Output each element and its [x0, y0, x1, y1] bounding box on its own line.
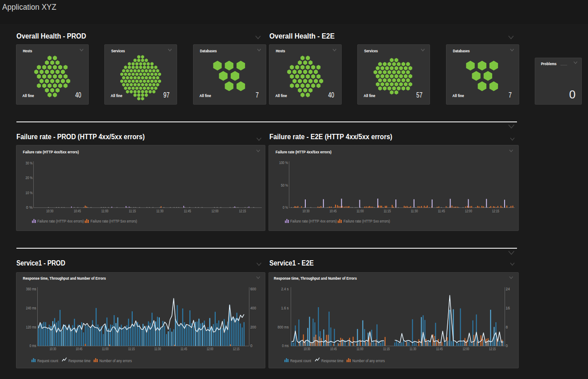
svg-text:800 ms: 800 ms — [278, 325, 289, 329]
svg-text:Request count: Request count — [290, 359, 311, 363]
svg-text:All fine: All fine — [200, 94, 211, 98]
svg-text:Application XYZ: Application XYZ — [2, 3, 56, 12]
svg-text:12:00: 12:00 — [207, 347, 213, 351]
svg-text:10:45: 10:45 — [330, 209, 337, 213]
svg-text:8: 8 — [506, 325, 508, 329]
svg-text:16: 16 — [506, 306, 510, 310]
svg-text:11:00: 11:00 — [357, 347, 363, 351]
svg-text:Problems: Problems — [541, 62, 556, 66]
svg-text:12:15: 12:15 — [233, 347, 240, 351]
svg-text:10:45: 10:45 — [330, 347, 337, 351]
svg-text:Hosts: Hosts — [276, 49, 285, 53]
svg-text:Failure rate (HTTP 4xx errors): Failure rate (HTTP 4xx errors) — [290, 219, 337, 223]
svg-text:0: 0 — [250, 344, 253, 348]
svg-text:11:30: 11:30 — [411, 209, 418, 213]
svg-text:57: 57 — [416, 91, 422, 99]
svg-text:20 %: 20 % — [26, 176, 33, 180]
svg-text:97: 97 — [163, 91, 170, 99]
svg-text:12:00: 12:00 — [211, 209, 218, 213]
svg-text:11:45: 11:45 — [184, 209, 191, 213]
svg-text:24: 24 — [506, 287, 510, 291]
svg-text:All fine: All fine — [276, 94, 287, 98]
svg-text:Request count: Request count — [37, 359, 58, 363]
svg-text:Databases: Databases — [453, 49, 470, 53]
svg-text:11:45: 11:45 — [436, 347, 443, 351]
svg-text:Failure rate (HTTP 5xx errors): Failure rate (HTTP 5xx errors) — [91, 219, 137, 223]
svg-text:50 %: 50 % — [281, 183, 288, 188]
svg-text:Response time: Response time — [321, 359, 343, 363]
svg-text:10:30: 10:30 — [50, 347, 56, 351]
svg-text:Services: Services — [111, 49, 125, 53]
svg-text:Service1 - PROD: Service1 - PROD — [16, 259, 65, 267]
svg-text:12:15: 12:15 — [489, 347, 496, 351]
svg-text:11:30: 11:30 — [154, 347, 161, 351]
svg-text:0 %: 0 % — [26, 205, 33, 210]
svg-text:All fine: All fine — [111, 94, 122, 98]
svg-text:11:15: 11:15 — [383, 347, 390, 351]
svg-text:200: 200 — [250, 325, 256, 329]
svg-text:7: 7 — [256, 91, 259, 99]
svg-text:Failure rate (HTTP 4xx/5xx err: Failure rate (HTTP 4xx/5xx errors) — [23, 149, 79, 154]
svg-text:Response time, Throughput and: Response time, Throughput and Number of … — [23, 276, 106, 281]
svg-text:7: 7 — [509, 91, 512, 99]
svg-text:0: 0 — [569, 88, 576, 101]
svg-text:0: 0 — [506, 344, 508, 348]
svg-text:Overall Health - E2E: Overall Health - E2E — [269, 32, 335, 40]
svg-text:11:00: 11:00 — [101, 209, 108, 213]
svg-text:12:00: 12:00 — [465, 209, 472, 213]
svg-text:0 ms: 0 ms — [282, 344, 289, 348]
svg-text:120 ms: 120 ms — [26, 325, 36, 329]
svg-text:Overall Health - PROD: Overall Health - PROD — [16, 32, 86, 40]
svg-text:11:15: 11:15 — [129, 209, 136, 213]
svg-text:All fine: All fine — [23, 94, 34, 98]
svg-text:100 %: 100 % — [279, 160, 288, 165]
svg-text:All fine: All fine — [453, 94, 464, 98]
svg-text:11:15: 11:15 — [128, 347, 135, 351]
svg-text:Failure rate (HTTP 4xx/5xx err: Failure rate (HTTP 4xx/5xx errors) — [276, 149, 331, 154]
svg-text:Databases: Databases — [200, 49, 217, 53]
svg-text:10:30: 10:30 — [304, 347, 310, 351]
svg-text:11:00: 11:00 — [357, 209, 364, 213]
svg-text:12:15: 12:15 — [492, 209, 499, 213]
svg-text:Failure rate - E2E (HTTP 4xx/5: Failure rate - E2E (HTTP 4xx/5xx errors) — [269, 133, 392, 141]
svg-text:11:30: 11:30 — [410, 347, 416, 351]
svg-text:40: 40 — [328, 91, 335, 99]
svg-text:Failure rate - PROD (HTTP 4xx/: Failure rate - PROD (HTTP 4xx/5xx errors… — [16, 133, 145, 141]
svg-text:10 %: 10 % — [26, 191, 33, 195]
svg-text:Failure rate (HTTP 4xx errors): Failure rate (HTTP 4xx errors) — [37, 219, 84, 223]
svg-text:11:30: 11:30 — [156, 209, 163, 213]
svg-text:10:45: 10:45 — [74, 209, 81, 213]
svg-text:All fine: All fine — [364, 94, 375, 98]
svg-text:11:00: 11:00 — [102, 347, 109, 351]
svg-text:400: 400 — [250, 306, 256, 310]
svg-text:600: 600 — [250, 287, 256, 291]
svg-text:0 ms: 0 ms — [30, 344, 36, 348]
svg-text:12:00: 12:00 — [462, 347, 469, 351]
svg-text:Number of any errors: Number of any errors — [99, 359, 132, 363]
svg-text:11:15: 11:15 — [384, 209, 391, 213]
svg-text:11:45: 11:45 — [181, 347, 187, 351]
svg-text:Services: Services — [364, 49, 378, 53]
svg-text:12:15: 12:15 — [239, 209, 246, 213]
svg-text:11:45: 11:45 — [438, 209, 445, 213]
svg-text:Response time: Response time — [68, 359, 91, 363]
svg-text:2.4 s: 2.4 s — [281, 287, 289, 291]
svg-text:40: 40 — [75, 91, 82, 99]
svg-text:0 %: 0 % — [283, 205, 288, 210]
svg-text:Number of any errors: Number of any errors — [352, 359, 385, 363]
svg-text:10:30: 10:30 — [303, 209, 310, 213]
svg-text:Hosts: Hosts — [23, 49, 32, 53]
svg-text:Response time, Throughput and: Response time, Throughput and Number of … — [274, 276, 357, 281]
svg-text:Failure rate (HTTP 5xx errors): Failure rate (HTTP 5xx errors) — [343, 219, 390, 223]
svg-text:10:45: 10:45 — [76, 347, 83, 351]
svg-text:1.6 s: 1.6 s — [281, 306, 289, 310]
svg-text:Service1 - E2E: Service1 - E2E — [269, 259, 314, 267]
svg-text:360 ms: 360 ms — [26, 287, 36, 291]
svg-text:240 ms: 240 ms — [26, 306, 36, 310]
svg-text:10:30: 10:30 — [46, 209, 53, 213]
svg-text:30 %: 30 % — [26, 161, 33, 165]
